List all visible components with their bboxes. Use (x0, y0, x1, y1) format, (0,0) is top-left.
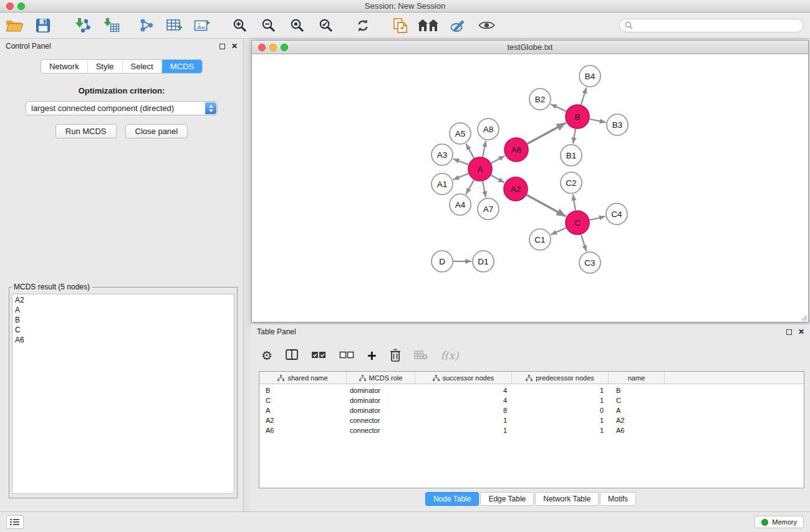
network-node-A7[interactable]: A7 (478, 198, 499, 220)
resize-grip-icon[interactable] (799, 313, 808, 321)
network-zoom-button[interactable] (281, 44, 288, 51)
refresh-button[interactable] (354, 15, 372, 36)
column-header-shared-name[interactable]: shared name (259, 372, 347, 384)
mcds-result-item[interactable]: A2 (15, 295, 231, 305)
memory-button[interactable]: Memory (755, 516, 804, 528)
network-node-C1[interactable]: C1 (529, 229, 551, 250)
run-mcds-button[interactable]: Run MCDS (55, 124, 117, 138)
zoom-selected-button[interactable] (316, 15, 335, 36)
delete-table-button[interactable] (414, 350, 428, 362)
network-node-D1[interactable]: D1 (473, 251, 494, 272)
edge-B-B1[interactable] (573, 129, 576, 144)
delete-column-button[interactable] (390, 348, 401, 364)
network-node-A6[interactable]: A6 (504, 138, 528, 162)
network-node-A8[interactable]: A8 (478, 118, 499, 140)
task-history-button[interactable] (6, 515, 24, 529)
edge-A2-C[interactable] (527, 195, 566, 216)
mcds-result-item[interactable]: A6 (15, 335, 231, 345)
tab-network[interactable]: Network (41, 60, 87, 73)
tab-style[interactable]: Style (87, 60, 122, 73)
column-header-predecessor-nodes[interactable]: predecessor nodes (512, 372, 609, 384)
edge-A-A3[interactable] (453, 159, 469, 165)
edge-C-C2[interactable] (573, 195, 576, 210)
zoom-out-button[interactable] (259, 15, 277, 36)
new-network-button[interactable] (137, 15, 155, 36)
tab-edge-table[interactable]: Edge Table (480, 492, 534, 506)
show-columns-button[interactable] (286, 349, 298, 362)
mcds-result-item[interactable]: C (15, 325, 231, 335)
import-network-button[interactable] (72, 15, 91, 36)
edge-A-A8[interactable] (483, 141, 486, 157)
mcds-result-item[interactable]: A (15, 305, 231, 315)
search-input[interactable] (636, 21, 798, 30)
tab-node-table[interactable]: Node Table (425, 492, 480, 506)
close-table-panel-icon[interactable]: ✕ (798, 329, 804, 335)
network-node-C3[interactable]: C3 (579, 252, 600, 273)
edge-C-C4[interactable] (590, 216, 605, 220)
home-button[interactable] (418, 15, 438, 36)
edge-A-A1[interactable] (453, 173, 469, 180)
network-node-B2[interactable]: B2 (529, 89, 551, 110)
network-node-A3[interactable]: A3 (432, 144, 453, 165)
edge-B-B4[interactable] (581, 87, 587, 105)
network-node-B[interactable]: B (566, 105, 589, 128)
tab-select[interactable]: Select (122, 60, 162, 73)
tab-motifs[interactable]: Motifs (600, 492, 636, 506)
edge-A-A4[interactable] (466, 180, 474, 194)
edge-A-A7[interactable] (483, 181, 486, 198)
network-close-button[interactable] (258, 44, 266, 51)
network-node-A2[interactable]: A2 (504, 177, 528, 201)
network-node-B1[interactable]: B1 (561, 145, 582, 166)
network-node-C4[interactable]: C4 (606, 203, 627, 225)
save-session-button[interactable] (34, 15, 52, 36)
deselect-all-button[interactable] (339, 351, 354, 360)
network-node-A1[interactable]: A1 (432, 173, 453, 195)
network-node-A[interactable]: A (468, 157, 492, 181)
network-canvas[interactable]: B4B2BB3A5A8A6A3B1AC2A1A2A4A7C4CC1C3DD1 (252, 54, 808, 322)
network-node-A4[interactable]: A4 (450, 194, 471, 215)
zoom-fit-button[interactable] (287, 15, 306, 36)
edge-A-A5[interactable] (466, 144, 474, 158)
network-node-C2[interactable]: C2 (561, 172, 582, 193)
search-field[interactable] (619, 19, 804, 32)
open-session-button[interactable] (5, 15, 24, 36)
edge-B-B2[interactable] (551, 104, 566, 112)
edge-C-C1[interactable] (551, 228, 566, 235)
network-node-C[interactable]: C (566, 211, 589, 235)
copy-document-button[interactable] (391, 15, 410, 36)
edge-A6-B[interactable] (528, 123, 566, 144)
table-row[interactable]: Bdominator41B (259, 385, 804, 395)
window-zoom-button[interactable] (17, 2, 25, 10)
float-panel-icon[interactable] (219, 44, 225, 49)
table-row[interactable]: A2connector11A2 (259, 415, 804, 425)
network-node-B4[interactable]: B4 (579, 65, 600, 87)
table-row[interactable]: Cdominator41C (259, 395, 804, 405)
select-all-button[interactable] (311, 351, 326, 360)
new-table-button[interactable] (165, 15, 183, 36)
tab-network-table[interactable]: Network Table (535, 492, 599, 506)
column-header-mcds-role[interactable]: MCDS role (347, 372, 415, 384)
criterion-dropdown[interactable]: largest connected component (directed) (26, 101, 218, 115)
network-node-B3[interactable]: B3 (607, 114, 628, 135)
network-node-A5[interactable]: A5 (450, 123, 471, 144)
show-hide-button[interactable] (477, 15, 496, 36)
table-settings-button[interactable]: ⚙ (261, 349, 272, 362)
window-close-button[interactable] (6, 2, 14, 10)
column-header-name[interactable]: name (609, 372, 665, 384)
import-table-button[interactable] (102, 15, 120, 36)
mcds-result-item[interactable]: B (15, 315, 231, 325)
network-node-D[interactable]: D (432, 251, 453, 272)
close-panel-button[interactable]: Close panel (125, 124, 188, 138)
float-table-panel-icon[interactable] (786, 329, 792, 335)
close-panel-icon[interactable]: ✕ (231, 43, 238, 49)
function-builder-button[interactable]: f(x) (441, 349, 459, 362)
network-minimize-button[interactable] (269, 44, 277, 51)
tab-mcds[interactable]: MCDS (162, 60, 202, 73)
add-column-button[interactable]: + (367, 349, 377, 362)
table-row[interactable]: Adominator80A (259, 405, 804, 415)
mcds-result-list[interactable]: A2ABCA6 (12, 294, 234, 494)
annotation-button[interactable] (448, 15, 467, 36)
edge-C-C3[interactable] (581, 235, 586, 251)
edge-A-A6[interactable] (491, 156, 505, 163)
edge-A-A2[interactable] (491, 175, 504, 183)
